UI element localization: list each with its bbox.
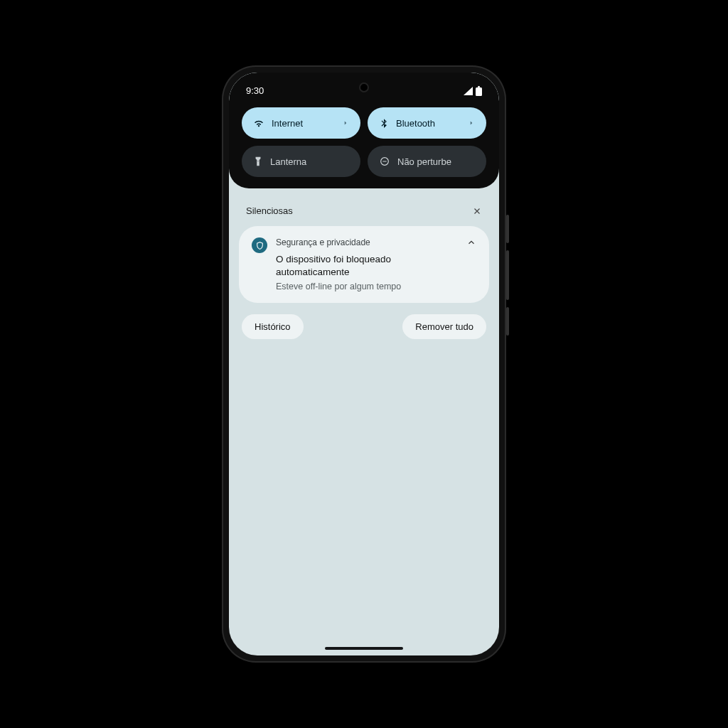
svg-point-2: [257, 161, 259, 162]
side-button: [506, 250, 509, 300]
qs-tile-bluetooth[interactable]: Bluetooth: [368, 107, 486, 139]
shield-icon: [252, 237, 267, 253]
close-icon[interactable]: [472, 206, 482, 216]
front-camera: [359, 82, 369, 92]
chevron-right-icon: [342, 119, 349, 127]
notification-shade: Silenciosas Segurança e privacidade O di…: [229, 188, 499, 655]
notification-subtitle: Esteve off-line por algum tempo: [276, 282, 458, 291]
clear-all-button[interactable]: Remover tudo: [402, 314, 486, 339]
quick-settings-grid: Internet Bluetooth: [242, 107, 486, 177]
notification-actions: Histórico Remover tudo: [239, 303, 489, 350]
flashlight-icon: [253, 156, 263, 167]
home-indicator[interactable]: [325, 647, 403, 650]
wifi-icon: [253, 117, 264, 129]
phone-frame: 9:30 Internet: [222, 65, 506, 663]
status-icons: [463, 86, 482, 96]
notification-app-name: Segurança e privacidade: [276, 237, 458, 247]
section-title: Silenciosas: [246, 205, 293, 216]
qs-tile-dnd[interactable]: Não perturbe: [368, 146, 486, 177]
chevron-up-icon[interactable]: [466, 237, 476, 247]
notification-card[interactable]: Segurança e privacidade O dispositivo fo…: [239, 226, 489, 303]
qs-tile-internet[interactable]: Internet: [242, 107, 360, 139]
qs-tile-label: Bluetooth: [396, 118, 461, 129]
side-button: [506, 215, 509, 243]
qs-tile-flashlight[interactable]: Lanterna: [242, 146, 360, 177]
dnd-icon: [379, 156, 390, 167]
side-button: [506, 307, 509, 336]
svg-rect-1: [478, 86, 480, 87]
qs-tile-label: Lanterna: [270, 156, 349, 167]
chevron-right-icon: [468, 119, 475, 127]
qs-tile-label: Internet: [272, 118, 335, 129]
clock: 9:30: [246, 85, 264, 96]
battery-icon: [476, 86, 482, 96]
qs-tile-label: Não perturbe: [397, 156, 475, 167]
svg-rect-0: [476, 87, 482, 96]
section-header: Silenciosas: [239, 201, 489, 226]
notification-title: O dispositivo foi bloqueado automaticame…: [276, 253, 458, 279]
history-button[interactable]: Histórico: [242, 314, 304, 339]
cell-signal-icon: [463, 87, 473, 95]
bluetooth-icon: [379, 117, 389, 129]
notification-body: Segurança e privacidade O dispositivo fo…: [276, 237, 458, 291]
screen: 9:30 Internet: [229, 73, 499, 655]
